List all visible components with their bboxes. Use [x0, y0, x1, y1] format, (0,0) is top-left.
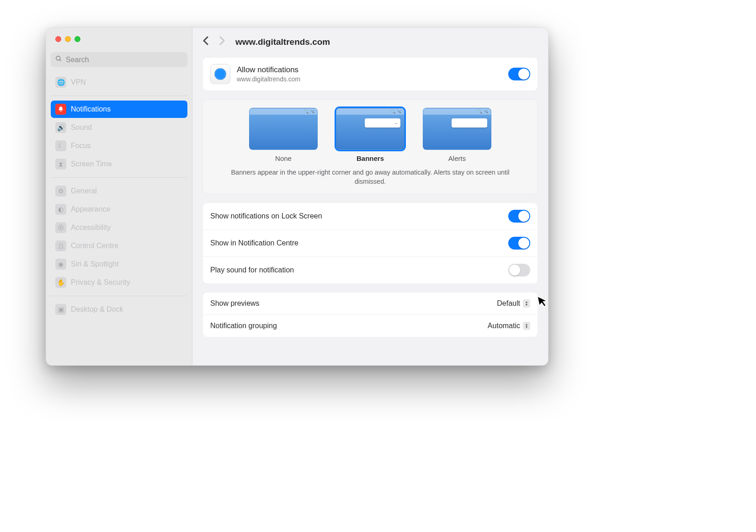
search-mini-icon: 🔍 — [478, 110, 482, 114]
nav-arrows — [202, 36, 225, 48]
window-controls — [46, 36, 192, 42]
control-mini-icon: ⌥ — [310, 110, 314, 114]
sidebar: 🌐 VPN Notifications 🔊 Sound ☾ Focus ⧗ Sc… — [46, 28, 192, 365]
sidebar-item-notifications[interactable]: Notifications — [51, 101, 187, 118]
chevron-updown-icon: ▲▼ — [523, 299, 530, 308]
system-settings-window: 🌐 VPN Notifications 🔊 Sound ☾ Focus ⧗ Sc… — [46, 27, 548, 366]
minimize-window-button[interactable] — [65, 36, 71, 42]
sidebar-item-sound[interactable]: 🔊 Sound — [51, 119, 187, 136]
gear-icon: ⚙ — [55, 186, 66, 197]
svg-point-0 — [56, 56, 60, 60]
lock-screen-row: Show notifications on Lock Screen — [203, 203, 538, 229]
style-label: Banners — [336, 154, 405, 162]
svg-point-2 — [214, 68, 226, 80]
sidebar-item-label: Notifications — [71, 105, 111, 113]
allow-title: Allow notifications — [237, 65, 502, 74]
chevron-updown-icon: ▲▼ — [523, 322, 530, 330]
control-mini-icon: ⌥ — [397, 110, 401, 114]
play-sound-label: Play sound for notification — [210, 266, 508, 274]
appearance-icon: ◐ — [55, 204, 66, 215]
alert-style-options: 🔍⌥ None 🔍⌥ → Banners 🔍⌥ Ale — [210, 108, 530, 162]
show-previews-select[interactable]: Default ▲▼ — [497, 299, 530, 308]
sidebar-item-accessibility[interactable]: ⦿ Accessibility — [51, 219, 187, 236]
sidebar-item-label: Siri & Spotlight — [71, 260, 119, 268]
forward-button[interactable] — [219, 36, 225, 48]
style-label: Alerts — [423, 154, 491, 162]
sidebar-item-vpn[interactable]: 🌐 VPN — [51, 74, 187, 91]
allow-notifications-toggle[interactable] — [508, 68, 530, 80]
svg-line-1 — [59, 59, 61, 61]
divider — [51, 296, 187, 296]
show-previews-row: Show previews Default ▲▼ — [203, 293, 538, 314]
mini-alert — [452, 118, 487, 128]
sidebar-item-label: VPN — [71, 78, 86, 86]
allow-text-block: Allow notifications www.digitaltrends.co… — [237, 65, 502, 83]
allow-notifications-row: Allow notifications www.digitaltrends.co… — [203, 58, 538, 90]
search-mini-icon: 🔍 — [304, 110, 309, 114]
notif-centre-toggle[interactable] — [508, 237, 530, 250]
display-options-card: Show previews Default ▲▼ Notification gr… — [202, 292, 538, 337]
sidebar-item-general[interactable]: ⚙ General — [51, 182, 187, 200]
style-preview-none: 🔍⌥ — [249, 108, 318, 150]
bell-icon — [55, 104, 66, 115]
lock-screen-label: Show notifications on Lock Screen — [210, 212, 508, 220]
content-header: www.digitaltrends.com — [202, 36, 538, 48]
hourglass-icon: ⧗ — [55, 159, 66, 170]
sidebar-item-label: Desktop & Dock — [71, 305, 123, 314]
globe-icon: 🌐 — [55, 77, 66, 88]
sidebar-item-label: Sound — [71, 123, 92, 132]
alert-style-description: Banners appear in the upper-right corner… — [210, 168, 530, 186]
notif-centre-row: Show in Notification Centre — [203, 229, 538, 256]
sidebar-item-screen-time[interactable]: ⧗ Screen Time — [51, 155, 187, 173]
sidebar-item-label: Accessibility — [71, 223, 111, 232]
hand-icon: ✋ — [55, 277, 66, 288]
notification-options-card: Show notifications on Lock Screen Show i… — [202, 202, 538, 284]
grouping-label: Notification grouping — [210, 322, 488, 330]
alert-style-card: 🔍⌥ None 🔍⌥ → Banners 🔍⌥ Ale — [202, 99, 538, 194]
divider — [51, 177, 187, 178]
sidebar-item-label: Focus — [71, 142, 91, 150]
allow-notifications-card: Allow notifications www.digitaltrends.co… — [202, 57, 538, 91]
sidebar-item-label: Screen Time — [71, 160, 112, 168]
speaker-icon: 🔊 — [55, 122, 66, 133]
allow-subtitle: www.digitaltrends.com — [237, 75, 502, 83]
search-input[interactable] — [66, 56, 183, 64]
dock-icon: ▣ — [55, 304, 66, 315]
sidebar-item-focus[interactable]: ☾ Focus — [51, 137, 187, 154]
moon-icon: ☾ — [55, 140, 66, 151]
sidebar-item-control-centre[interactable]: ⌼ Control Centre — [51, 237, 187, 255]
play-sound-toggle[interactable] — [508, 264, 530, 277]
safari-icon — [210, 64, 230, 84]
notif-centre-label: Show in Notification Centre — [210, 239, 508, 247]
mini-banner: → — [365, 118, 400, 128]
sidebar-item-label: Control Centre — [71, 242, 118, 250]
style-option-alerts[interactable]: 🔍⌥ Alerts — [423, 108, 491, 162]
search-field-container[interactable] — [51, 52, 187, 67]
show-previews-label: Show previews — [210, 299, 497, 308]
control-mini-icon: ⌥ — [484, 110, 488, 114]
divider — [51, 96, 187, 96]
sidebar-item-privacy[interactable]: ✋ Privacy & Security — [51, 274, 187, 291]
style-option-none[interactable]: 🔍⌥ None — [249, 108, 318, 162]
search-icon — [55, 55, 62, 64]
sidebar-item-label: General — [71, 187, 97, 195]
content-pane: www.digitaltrends.com Allow notification… — [192, 28, 548, 365]
style-preview-alerts: 🔍⌥ — [423, 108, 491, 150]
sidebar-item-desktop[interactable]: ▣ Desktop & Dock — [51, 301, 187, 318]
lock-screen-toggle[interactable] — [508, 210, 530, 223]
sidebar-item-appearance[interactable]: ◐ Appearance — [51, 201, 187, 218]
play-sound-row: Play sound for notification — [203, 256, 538, 283]
style-preview-banners: 🔍⌥ → — [336, 108, 405, 150]
grouping-row: Notification grouping Automatic ▲▼ — [203, 314, 538, 337]
zoom-window-button[interactable] — [75, 36, 80, 42]
show-previews-value: Default — [497, 299, 520, 308]
style-option-banners[interactable]: 🔍⌥ → Banners — [336, 108, 405, 162]
style-label: None — [249, 154, 318, 162]
switches-icon: ⌼ — [55, 240, 66, 251]
sidebar-item-siri[interactable]: ◉ Siri & Spotlight — [51, 255, 187, 273]
grouping-value: Automatic — [488, 322, 520, 330]
back-button[interactable] — [202, 36, 209, 48]
grouping-select[interactable]: Automatic ▲▼ — [488, 322, 530, 330]
close-window-button[interactable] — [55, 36, 61, 42]
sidebar-item-label: Privacy & Security — [71, 278, 130, 287]
